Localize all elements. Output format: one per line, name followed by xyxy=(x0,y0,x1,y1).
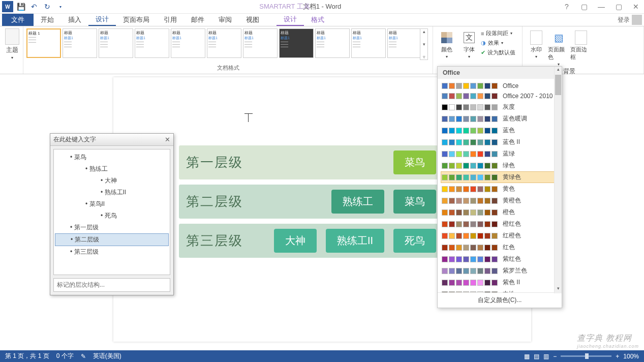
gallery-more-icon[interactable]: ▿ xyxy=(420,54,427,59)
color-scheme-row[interactable]: 蓝绿 xyxy=(441,148,559,160)
text-pane-item[interactable]: • 熟练工 xyxy=(55,163,169,175)
tab-邮件[interactable]: 邮件 xyxy=(184,14,211,26)
text-pane-close-icon[interactable]: ✕ xyxy=(165,136,170,143)
zoom-level[interactable]: 100% xyxy=(623,353,639,360)
effects-button[interactable]: ◑效果▾ xyxy=(481,38,515,48)
tab-设计[interactable]: 设计 xyxy=(88,14,116,26)
tab-file[interactable]: 文件 xyxy=(2,14,34,26)
set-default-button[interactable]: ✔设为默认值 xyxy=(481,48,515,57)
fonts-button[interactable]: 文 字体▾ xyxy=(458,28,480,59)
smartart-node[interactable]: 死鸟 xyxy=(393,229,436,253)
status-word-count[interactable]: 0 个字 xyxy=(56,352,74,360)
watermark-button[interactable]: 水印▾ xyxy=(526,28,547,67)
tab-视图[interactable]: 视图 xyxy=(239,14,266,26)
style-thumbnail[interactable]: 标题标题1━━━━━━━━━━━━━━━ xyxy=(207,28,241,58)
color-scheme-row[interactable]: 蓝色 II xyxy=(441,136,559,148)
style-thumbnail[interactable]: 标题 1━━━━━━━━━━━━━━━ xyxy=(26,28,61,58)
color-scheme-row[interactable]: Office xyxy=(441,81,559,91)
style-thumbnail[interactable]: 标题标题1━━━━━━━━━━━━━━━ xyxy=(387,28,420,58)
redo-icon[interactable]: ↻ xyxy=(42,1,53,12)
popup-scrollbar[interactable]: ▴ ▾ xyxy=(554,67,562,293)
customize-colors-button[interactable]: 自定义颜色(C)... xyxy=(438,292,562,308)
close-icon[interactable]: ✕ xyxy=(630,3,642,11)
scroll-up-icon[interactable]: ▴ xyxy=(420,29,427,34)
ribbon-options-icon[interactable]: ▢ xyxy=(578,3,590,11)
text-pane-item[interactable]: • 第三层级 xyxy=(55,246,169,258)
color-scheme-row[interactable]: 黄色 xyxy=(441,183,559,195)
smartart-tab-设计[interactable]: 设计 xyxy=(277,14,304,26)
smartart-tab-格式[interactable]: 格式 xyxy=(304,14,331,26)
status-language[interactable]: 英语(美国) xyxy=(93,352,121,360)
style-thumbnail[interactable]: 标题标题1━━━━━━━━━━━━━━━ xyxy=(351,28,386,58)
scrollbar-thumb[interactable] xyxy=(555,75,561,95)
text-pane-list[interactable]: • 菜鸟• 熟练工• 大神• 熟练工II• 菜鸟II• 死鸟• 第一层级• 第二… xyxy=(53,149,170,275)
status-page[interactable]: 第 1 页，共 1 页 xyxy=(5,352,49,360)
page-border-button[interactable]: 页面边框 xyxy=(570,28,592,67)
save-icon[interactable]: 💾 xyxy=(15,1,26,12)
color-scheme-row[interactable]: 紫色 II xyxy=(441,277,559,288)
style-gallery[interactable]: 标题 1━━━━━━━━━━━━━━━标题标题1━━━━━━━━━━━━━━━标… xyxy=(26,28,420,60)
tab-引用[interactable]: 引用 xyxy=(157,14,184,26)
paragraph-spacing-button[interactable]: ≡段落间距▾ xyxy=(481,28,515,38)
color-scheme-row[interactable]: 紫红色 xyxy=(441,253,559,265)
color-scheme-row[interactable]: 黄绿色 xyxy=(441,171,559,183)
tab-审阅[interactable]: 审阅 xyxy=(211,14,239,26)
color-scheme-row[interactable]: 橙红色 xyxy=(441,218,559,230)
undo-icon[interactable]: ↶ xyxy=(28,1,40,12)
color-scheme-row[interactable]: 蓝色暖调 xyxy=(441,113,559,125)
color-scheme-row[interactable]: 红色 xyxy=(441,242,559,253)
color-scheme-row[interactable]: Office 2007 - 2010 xyxy=(441,91,559,101)
color-scheme-row[interactable]: 绿色 xyxy=(441,160,559,171)
color-scheme-row[interactable]: 中性 xyxy=(441,288,559,292)
colors-button[interactable]: 颜色▾ xyxy=(436,28,457,59)
text-pane-item[interactable]: • 菜鸟II xyxy=(55,198,169,210)
text-pane-item[interactable]: • 死鸟 xyxy=(55,210,169,222)
smartart-node[interactable]: 熟练工 xyxy=(331,190,384,214)
smartart-graphic[interactable]: 第一层级菜鸟第二层级熟练工菜鸟第三层级大神熟练工II死鸟 xyxy=(179,145,443,263)
color-scheme-row[interactable]: 黄橙色 xyxy=(441,195,559,206)
text-pane-item[interactable]: • 第二层级 xyxy=(55,233,169,246)
smartart-node[interactable]: 菜鸟 xyxy=(393,190,436,214)
color-scheme-row[interactable]: 灰度 xyxy=(441,101,559,113)
page-color-button[interactable]: ▧ 页面颜色▾ xyxy=(548,28,569,67)
zoom-slider[interactable] xyxy=(561,355,611,357)
tab-开始[interactable]: 开始 xyxy=(34,14,61,26)
color-swatch xyxy=(449,209,455,216)
smartart-node[interactable]: 大神 xyxy=(274,229,317,253)
text-pane-item[interactable]: • 第一层级 xyxy=(55,222,169,233)
sign-in[interactable]: 登录 xyxy=(618,15,642,25)
minimize-icon[interactable]: — xyxy=(595,3,607,11)
style-thumbnail[interactable]: 标题标题1━━━━━━━━━━━━━━━ xyxy=(171,28,205,58)
color-scheme-row[interactable]: 蓝色 xyxy=(441,125,559,136)
style-thumbnail[interactable]: 标题标题1━━━━━━━━━━━━━━━ xyxy=(63,28,97,58)
text-pane-item[interactable]: • 熟练工II xyxy=(55,187,169,198)
scroll-down-icon[interactable]: ▾ xyxy=(420,42,427,47)
themes-button[interactable]: 主题 ▾ xyxy=(3,28,21,60)
qat-customize-icon[interactable]: ▾ xyxy=(55,1,66,12)
view-web-icon[interactable]: ▥ xyxy=(543,353,549,360)
tab-页面布局[interactable]: 页面布局 xyxy=(116,14,157,26)
scroll-up-icon[interactable]: ▴ xyxy=(555,67,562,74)
smartart-node[interactable]: 熟练工II xyxy=(326,229,384,253)
tab-插入[interactable]: 插入 xyxy=(61,14,88,26)
text-pane-item[interactable]: • 大神 xyxy=(55,175,169,187)
maximize-icon[interactable]: ▢ xyxy=(612,3,625,11)
color-scheme-row[interactable]: 红橙色 xyxy=(441,230,559,242)
zoom-in-icon[interactable]: + xyxy=(616,353,619,360)
scroll-down-icon[interactable]: ▾ xyxy=(555,286,562,293)
text-pane-item[interactable]: • 菜鸟 xyxy=(55,152,169,163)
help-icon[interactable]: ? xyxy=(561,3,573,11)
color-scheme-row[interactable]: 紫罗兰色 xyxy=(441,265,559,277)
style-thumbnail[interactable]: 标题标题1━━━━━━━━━━━━━━━ xyxy=(99,28,133,58)
proofing-icon[interactable]: ✎ xyxy=(81,353,86,360)
style-thumbnail[interactable]: 标题标题1━━━━━━━━━━━━━━━ xyxy=(279,28,314,58)
style-thumbnail[interactable]: 标题标题1━━━━━━━━━━━━━━━ xyxy=(135,28,169,58)
view-read-icon[interactable]: ▦ xyxy=(524,353,530,360)
color-scheme-row[interactable]: 橙色 xyxy=(441,206,559,218)
gallery-scroll[interactable]: ▴ ▾ ▿ xyxy=(420,28,428,60)
view-print-icon[interactable]: ▤ xyxy=(534,353,539,360)
style-thumbnail[interactable]: 标题标题1━━━━━━━━━━━━━━━ xyxy=(243,28,278,58)
zoom-out-icon[interactable]: − xyxy=(553,353,557,360)
style-thumbnail[interactable]: 标题标题1━━━━━━━━━━━━━━━ xyxy=(315,28,350,58)
smartart-node[interactable]: 菜鸟 xyxy=(393,150,436,174)
